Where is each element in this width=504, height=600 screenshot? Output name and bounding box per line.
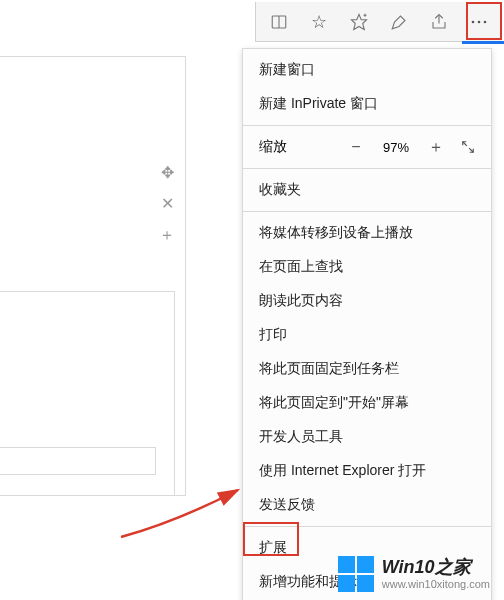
menu-dev-tools[interactable]: 开发人员工具	[243, 420, 491, 454]
watermark-logo-icon	[338, 556, 374, 592]
zoom-out-button[interactable]: −	[345, 136, 367, 158]
menu-separator	[243, 168, 491, 169]
watermark-title: Win10之家	[382, 558, 490, 578]
menu-print[interactable]: 打印	[243, 318, 491, 352]
share-icon[interactable]	[420, 4, 458, 40]
svg-point-6	[478, 20, 481, 23]
page-content-panel: ✥ ✕ ＋	[0, 56, 186, 496]
menu-new-inprivate[interactable]: 新建 InPrivate 窗口	[243, 87, 491, 121]
menu-zoom-row: 缩放 − 97% ＋	[243, 130, 491, 164]
settings-menu: 新建窗口 新建 InPrivate 窗口 缩放 − 97% ＋ 收藏夹 将媒体转…	[242, 48, 492, 600]
sub-panel	[0, 291, 175, 495]
menu-separator	[243, 526, 491, 527]
annotate-icon[interactable]	[380, 4, 418, 40]
drag-controls: ✥ ✕ ＋	[155, 163, 179, 246]
menu-read-aloud[interactable]: 朗读此页内容	[243, 284, 491, 318]
zoom-value: 97%	[377, 140, 415, 155]
watermark: Win10之家 www.win10xitong.com	[338, 556, 490, 592]
zoom-in-button[interactable]: ＋	[425, 136, 447, 158]
favorite-star-icon[interactable]: ☆	[300, 4, 338, 40]
zoom-label: 缩放	[259, 138, 335, 156]
menu-pin-start[interactable]: 将此页固定到"开始"屏幕	[243, 386, 491, 420]
menu-separator	[243, 211, 491, 212]
more-icon[interactable]	[460, 4, 498, 40]
fullscreen-icon[interactable]	[457, 136, 479, 158]
menu-pin-taskbar[interactable]: 将此页面固定到任务栏	[243, 352, 491, 386]
move-icon[interactable]: ✥	[161, 163, 174, 182]
add-favorite-icon[interactable]	[340, 4, 378, 40]
menu-open-ie[interactable]: 使用 Internet Explorer 打开	[243, 454, 491, 488]
menu-favorites[interactable]: 收藏夹	[243, 173, 491, 207]
sub-panel-line	[0, 447, 156, 475]
svg-point-7	[484, 20, 487, 23]
svg-marker-2	[352, 14, 367, 29]
svg-point-5	[472, 20, 475, 23]
menu-cast[interactable]: 将媒体转移到设备上播放	[243, 216, 491, 250]
menu-new-window[interactable]: 新建窗口	[243, 53, 491, 87]
close-icon[interactable]: ✕	[161, 194, 174, 213]
reading-list-icon[interactable]	[260, 4, 298, 40]
active-tab-indicator	[462, 41, 504, 44]
menu-separator	[243, 125, 491, 126]
browser-toolbar: ☆	[255, 2, 502, 42]
menu-find[interactable]: 在页面上查找	[243, 250, 491, 284]
menu-feedback[interactable]: 发送反馈	[243, 488, 491, 522]
add-icon[interactable]: ＋	[159, 225, 175, 246]
watermark-url: www.win10xitong.com	[382, 578, 490, 590]
